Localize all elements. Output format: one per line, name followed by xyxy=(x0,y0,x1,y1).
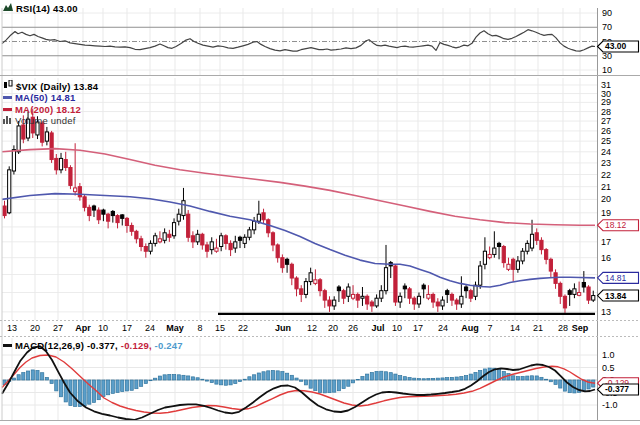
macd-signal-value: -0.129, xyxy=(118,340,152,351)
svg-text:27: 27 xyxy=(601,116,611,126)
svg-text:-1.0: -1.0 xyxy=(602,400,618,410)
svg-text:28: 28 xyxy=(558,323,568,333)
svg-text:26: 26 xyxy=(601,126,611,136)
svg-text:0.5: 0.5 xyxy=(602,363,615,373)
svg-text:70: 70 xyxy=(602,22,612,32)
svg-text:10: 10 xyxy=(98,323,108,333)
svg-text:24: 24 xyxy=(438,323,448,333)
rsi-label: RSI(14) 43.00 xyxy=(16,3,78,14)
svg-text:22: 22 xyxy=(238,323,248,333)
svg-text:-0.377: -0.377 xyxy=(605,384,629,394)
svg-text:Sep: Sep xyxy=(572,323,589,333)
svg-text:24: 24 xyxy=(601,147,611,157)
svg-text:Aug: Aug xyxy=(461,323,479,333)
svg-text:1.0: 1.0 xyxy=(602,350,615,360)
ma50-label: MA(50) 14.81 xyxy=(15,92,75,103)
svg-text:28: 28 xyxy=(601,107,611,117)
svg-text:Jun: Jun xyxy=(275,323,291,333)
ma200-label: MA(200) 18.12 xyxy=(15,104,81,115)
area-chart-icon xyxy=(3,2,13,14)
volume-label: Volume undef xyxy=(15,115,76,126)
stock-chart: 9070503010313029282726252423222120191716… xyxy=(0,0,640,425)
svg-text:25: 25 xyxy=(601,136,611,146)
rsi-header: RSI(14) 43.00 xyxy=(3,2,78,14)
svg-text:21: 21 xyxy=(533,323,543,333)
svg-text:Jul: Jul xyxy=(371,323,384,333)
svg-text:13: 13 xyxy=(601,307,611,317)
svg-text:10: 10 xyxy=(392,323,402,333)
chart-canvas: 9070503010313029282726252423222120191716… xyxy=(0,0,640,425)
svg-text:90: 90 xyxy=(602,8,612,18)
svg-text:43.00: 43.00 xyxy=(605,41,627,51)
svg-text:Apr: Apr xyxy=(75,323,91,333)
svg-text:14: 14 xyxy=(510,323,520,333)
svg-text:17: 17 xyxy=(601,237,611,247)
svg-text:22: 22 xyxy=(601,170,611,180)
svg-text:23: 23 xyxy=(601,158,611,168)
svg-text:19: 19 xyxy=(601,208,611,218)
svg-text:24: 24 xyxy=(145,323,155,333)
macd-line-icon xyxy=(3,344,12,347)
svg-text:12: 12 xyxy=(307,323,317,333)
ma50-line-icon xyxy=(3,96,12,99)
svg-text:26: 26 xyxy=(348,323,358,333)
ma200-legend: MA(200) 18.12 xyxy=(3,104,81,115)
price-header: $VIX (Daily) 13.84 xyxy=(3,80,98,92)
svg-text:13.84: 13.84 xyxy=(605,291,627,301)
svg-text:20: 20 xyxy=(328,323,338,333)
svg-text:20: 20 xyxy=(601,194,611,204)
svg-text:21: 21 xyxy=(601,182,611,192)
volume-legend: Volume undef xyxy=(3,115,76,126)
volume-bars-icon xyxy=(3,115,12,126)
macd-hist-value: -0.247 xyxy=(152,340,183,351)
svg-text:16: 16 xyxy=(601,253,611,263)
svg-text:18.12: 18.12 xyxy=(605,220,627,230)
macd-label: MACD(12,26,9) -0.377, xyxy=(15,340,118,351)
svg-text:14.81: 14.81 xyxy=(605,273,627,283)
candlestick-icon xyxy=(3,80,13,92)
svg-text:17: 17 xyxy=(122,323,132,333)
svg-text:10: 10 xyxy=(602,65,612,75)
svg-text:7: 7 xyxy=(487,323,492,333)
svg-text:May: May xyxy=(166,323,184,333)
ma200-line-icon xyxy=(3,108,12,111)
svg-text:13: 13 xyxy=(7,323,17,333)
price-title: $VIX (Daily) 13.84 xyxy=(16,81,98,92)
svg-text:27: 27 xyxy=(53,323,63,333)
svg-text:15: 15 xyxy=(215,323,225,333)
svg-text:17: 17 xyxy=(413,323,423,333)
macd-header: MACD(12,26,9) -0.377, -0.129, -0.247 xyxy=(3,340,183,351)
svg-text:20: 20 xyxy=(30,323,40,333)
ma50-legend: MA(50) 14.81 xyxy=(3,92,75,103)
svg-text:8: 8 xyxy=(197,323,202,333)
